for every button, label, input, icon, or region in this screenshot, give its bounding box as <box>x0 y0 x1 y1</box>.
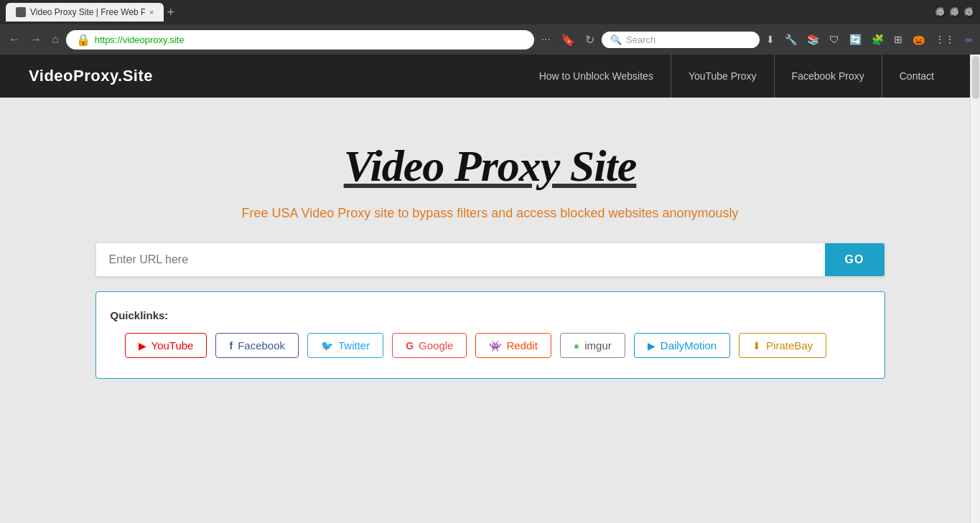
quicklink-google-label: Google <box>419 339 453 352</box>
secure-icon: 🔒 <box>76 33 90 47</box>
forward-button[interactable]: → <box>27 30 45 49</box>
search-icon: 🔍 <box>610 34 622 45</box>
scrollbar-thumb[interactable] <box>972 56 979 99</box>
quicklink-reddit-label: Reddit <box>506 339 537 352</box>
url-input[interactable] <box>96 243 825 276</box>
quicklink-youtube-label: YouTube <box>151 339 194 352</box>
quicklink-piratebay[interactable]: ⬇ PirateBay <box>739 333 826 358</box>
quicklinks-label: Quicklinks: <box>111 309 870 321</box>
back-button[interactable]: ← <box>6 30 23 49</box>
page-title: Video Proxy Site <box>344 141 637 192</box>
more-options-button[interactable]: ··· <box>538 30 554 49</box>
quicklink-piratebay-label: PirateBay <box>766 339 813 352</box>
new-tab-button[interactable]: + <box>167 5 174 20</box>
nav-facebook-proxy[interactable]: Facebook Proxy <box>775 55 882 98</box>
quicklinks-box: Quicklinks: ▶ YouTube f Facebook 🐦 Twitt… <box>95 291 885 379</box>
address-bar-row: ← → ⌂ 🔒 https://videoproxy.site ··· 🔖 ↻ … <box>0 24 980 55</box>
url-display: https://videoproxy.site <box>95 34 185 45</box>
site-logo[interactable]: VideoProxy.Site <box>29 67 522 85</box>
quicklink-imgur-label: imgur <box>584 339 612 352</box>
quicklink-dailymotion[interactable]: ▶ DailyMotion <box>634 333 730 358</box>
quicklink-youtube[interactable]: ▶ YouTube <box>125 333 207 358</box>
dailymotion-icon: ▶ <box>648 340 655 352</box>
quicklinks-row: ▶ YouTube f Facebook 🐦 Twitter G Google … <box>111 333 870 358</box>
nav-how-to-unblock[interactable]: How to Unblock Websites <box>522 55 671 98</box>
site-header: VideoProxy.Site How to Unblock Websites … <box>0 55 980 98</box>
refresh-button[interactable]: ↻ <box>582 30 597 50</box>
nav-contact[interactable]: Contact <box>882 55 951 98</box>
tools-icon[interactable]: 🔧 <box>783 32 799 47</box>
quicklink-twitter-label: Twitter <box>338 339 370 352</box>
google-icon: G <box>406 340 414 352</box>
search-placeholder: Search <box>626 34 655 45</box>
grid-icon[interactable]: ⊞ <box>892 32 905 47</box>
quicklink-dailymotion-label: DailyMotion <box>661 339 717 352</box>
go-button[interactable]: GO <box>825 243 885 276</box>
site-nav: How to Unblock Websites YouTube Proxy Fa… <box>522 55 951 98</box>
quicklink-google[interactable]: G Google <box>392 333 467 358</box>
reddit-icon: 👾 <box>489 340 501 352</box>
youtube-icon: ▶ <box>139 340 146 352</box>
maximize-button[interactable]: □ <box>950 7 960 17</box>
facebook-icon: f <box>229 340 233 352</box>
puzzle-icon[interactable]: 🧩 <box>869 32 886 47</box>
minimize-button[interactable]: − <box>935 7 946 17</box>
quicklink-twitter[interactable]: 🐦 Twitter <box>307 333 383 358</box>
tab-title: Video Proxy Site | Free Web Proxy t... <box>30 7 145 17</box>
shield-icon[interactable]: 🛡 <box>827 32 841 47</box>
search-bar[interactable]: 🔍 Search <box>602 32 760 48</box>
download-icon[interactable]: ⬇ <box>764 32 777 47</box>
url-form: GO <box>95 242 885 277</box>
quicklink-facebook[interactable]: f Facebook <box>215 333 299 358</box>
home-button[interactable]: ⌂ <box>49 30 62 49</box>
active-tab[interactable]: Video Proxy Site | Free Web Proxy t... × <box>6 3 164 22</box>
nav-youtube-proxy[interactable]: YouTube Proxy <box>671 55 775 98</box>
tab-bar: Video Proxy Site | Free Web Proxy t... ×… <box>0 0 980 24</box>
window-controls: − □ × <box>935 7 974 17</box>
quicklink-imgur[interactable]: ● imgur <box>560 333 625 358</box>
emoji-icon[interactable]: 🎃 <box>910 32 927 47</box>
toolbar-icons: ⬇ 🔧 📚 🛡 🔄 🧩 ⊞ 🎃 ⋮⋮ ∞ <box>764 32 974 47</box>
subtitle-text: Free USA Video Proxy site to bypass filt… <box>241 206 738 221</box>
quicklink-facebook-label: Facebook <box>238 339 285 352</box>
piratebay-icon: ⬇ <box>752 340 761 352</box>
browser-chrome: Video Proxy Site | Free Web Proxy t... ×… <box>0 0 980 55</box>
imgur-icon: ● <box>574 340 579 352</box>
bookmark-button[interactable]: 🔖 <box>558 30 578 50</box>
address-bar[interactable]: 🔒 https://videoproxy.site <box>66 30 534 50</box>
sync-icon[interactable]: 🔄 <box>847 32 864 47</box>
close-window-button[interactable]: × <box>964 7 974 17</box>
apps-icon[interactable]: ⋮⋮ <box>933 32 957 47</box>
scrollbar[interactable] <box>970 55 980 523</box>
tab-favicon <box>16 7 26 17</box>
quicklink-reddit[interactable]: 👾 Reddit <box>475 333 551 358</box>
library-icon[interactable]: 📚 <box>805 32 821 47</box>
infinity-icon[interactable]: ∞ <box>963 32 974 47</box>
tab-close-button[interactable]: × <box>149 8 154 17</box>
twitter-icon: 🐦 <box>321 340 333 352</box>
main-content: Video Proxy Site Free USA Video Proxy si… <box>0 98 980 523</box>
